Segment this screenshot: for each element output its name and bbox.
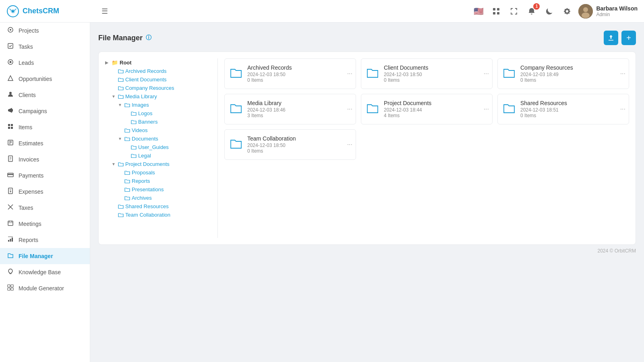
sidebar-item-module-generator[interactable]: Module Generator <box>0 280 90 296</box>
sidebar-label-projects: Projects <box>19 27 39 34</box>
folder-card[interactable]: Media Library 2024-12-03 18:46 3 Items ·… <box>224 94 356 124</box>
tree-item[interactable]: Team Collaboration <box>112 211 211 219</box>
sidebar-item-payments[interactable]: Payments <box>0 168 90 184</box>
tree-item[interactable]: Archived Records <box>112 67 211 75</box>
folder-card-menu-button[interactable]: ··· <box>484 70 489 77</box>
folder-card[interactable]: Archived Records 2024-12-03 18:50 0 Item… <box>224 58 356 89</box>
tree-item[interactable]: Shared Resources <box>112 202 211 211</box>
language-flag[interactable]: 🇺🇸 <box>472 5 485 18</box>
folder-icon <box>118 212 124 218</box>
tree-item[interactable]: Banners <box>124 118 211 126</box>
sidebar-item-clients[interactable]: Clients <box>0 87 90 103</box>
folder-icon <box>124 102 130 108</box>
tree-item[interactable]: Proposals <box>118 168 211 177</box>
svg-rect-45 <box>11 288 13 290</box>
sidebar-item-estimates[interactable]: Estimates <box>0 135 90 151</box>
tree-item[interactable]: Company Resources <box>112 84 211 92</box>
page-title: File Manager ⓘ <box>98 34 151 42</box>
folder-card[interactable]: Client Documents 2024-12-03 18:50 0 Item… <box>361 58 493 89</box>
folder-card-menu-button[interactable]: ··· <box>484 105 489 113</box>
sidebar-item-projects[interactable]: Projects <box>0 23 90 39</box>
tree-item[interactable]: ▼ Images <box>118 101 211 109</box>
tree-panel: ▶ 📁 Root Archived Records Client Documen… <box>105 58 218 238</box>
settings-icon[interactable] <box>561 5 574 18</box>
sidebar-label-opportunities: Opportunities <box>19 76 52 82</box>
folder-card-date: 2024-12-03 18:51 <box>520 107 624 113</box>
sidebar-item-invoices[interactable]: Invoices <box>0 151 90 168</box>
logo[interactable]: ChetsCRM <box>6 5 95 18</box>
svg-point-15 <box>9 92 12 94</box>
tree-item[interactable]: Presentations <box>118 185 211 194</box>
user-menu[interactable]: Barbara Wilson Admin <box>578 4 638 19</box>
sidebar-label-file-manager: File Manager <box>19 253 53 259</box>
folder-card-menu-button[interactable]: ··· <box>347 70 352 77</box>
folder-card[interactable]: Team Collaboration 2024-12-03 18:50 0 It… <box>224 129 356 160</box>
folder-card-name: Client Documents <box>384 64 487 71</box>
tree-item[interactable]: Reports <box>118 177 211 185</box>
tree-root[interactable]: ▶ 📁 Root <box>105 58 211 67</box>
sidebar-item-expenses[interactable]: Expenses <box>0 184 90 200</box>
apps-icon[interactable] <box>490 5 503 18</box>
folder-card-date: 2024-12-03 18:50 <box>384 72 487 77</box>
folder-card[interactable]: Shared Resources 2024-12-03 18:51 0 Item… <box>497 94 629 124</box>
sidebar-label-meetings: Meetings <box>19 221 41 227</box>
folder-card-menu-button[interactable]: ··· <box>347 141 352 148</box>
folder-card-menu-button[interactable]: ··· <box>620 70 625 77</box>
folder-card-name: Project Documents <box>384 100 487 106</box>
folder-card-menu-button[interactable]: ··· <box>620 105 625 113</box>
sidebar-item-knowledge-base[interactable]: Knowledge Base <box>0 264 90 280</box>
sidebar-label-payments: Payments <box>19 172 43 179</box>
sidebar-item-file-manager[interactable]: File Manager <box>0 248 90 264</box>
folder-card-menu-button[interactable]: ··· <box>347 105 352 113</box>
svg-rect-41 <box>10 273 11 274</box>
hamburger-button[interactable]: ☰ <box>101 7 108 16</box>
folder-card-info: Shared Resources 2024-12-03 18:51 0 Item… <box>520 100 624 118</box>
tree-item[interactable]: Client Documents <box>112 75 211 84</box>
folder-card-count: 0 Items <box>384 77 487 83</box>
fullscreen-icon[interactable] <box>507 5 520 18</box>
folder-card[interactable]: Company Resources 2024-12-03 18:49 0 Ite… <box>497 58 629 89</box>
expenses-icon <box>6 188 14 196</box>
sidebar-item-items[interactable]: Items <box>0 119 90 135</box>
folder-icon <box>131 119 137 125</box>
folder-card[interactable]: Project Documents 2024-12-03 18:44 4 Ite… <box>361 94 493 124</box>
tree-item[interactable]: ▼ Project Documents <box>112 160 211 168</box>
sidebar-item-taxes[interactable]: Taxes <box>0 200 90 216</box>
file-manager-icon <box>6 252 14 260</box>
upload-button[interactable] <box>604 31 618 45</box>
info-icon[interactable]: ⓘ <box>146 34 151 41</box>
tree-item-label: Banners <box>138 119 157 125</box>
opportunities-icon <box>6 75 14 83</box>
notifications-button[interactable]: 1 <box>525 5 538 18</box>
dark-mode-icon[interactable] <box>543 5 556 18</box>
folder-icon <box>118 85 124 91</box>
tree-item[interactable]: ▼ Documents <box>118 134 211 143</box>
tree-item[interactable]: Legal <box>124 151 211 160</box>
tree-item[interactable]: Logos <box>124 109 211 118</box>
sidebar-item-meetings[interactable]: Meetings <box>0 216 90 232</box>
sidebar-item-tasks[interactable]: Tasks <box>0 39 90 55</box>
tree-item[interactable]: ▼ Media Library <box>112 92 211 101</box>
sidebar-item-leads[interactable]: Leads <box>0 55 90 71</box>
sidebar-item-reports[interactable]: Reports <box>0 232 90 248</box>
folder-grid: Archived Records 2024-12-03 18:50 0 Item… <box>224 58 629 160</box>
sidebar-item-opportunities[interactable]: Opportunities <box>0 71 90 87</box>
tree-item-label: Media Library <box>125 93 157 99</box>
svg-rect-2 <box>493 8 495 10</box>
svg-rect-18 <box>11 124 13 126</box>
tree-item[interactable]: Videos <box>118 126 211 134</box>
folder-card-info: Archived Records 2024-12-03 18:50 0 Item… <box>247 64 351 83</box>
sidebar-item-campaigns[interactable]: Campaigns <box>0 103 90 119</box>
add-button[interactable]: + <box>621 31 636 45</box>
tree-item[interactable]: Archives <box>118 194 211 202</box>
main-layout: ProjectsTasksLeadsOpportunitiesClientsCa… <box>0 23 644 362</box>
reports-icon <box>6 236 14 244</box>
avatar <box>578 4 593 19</box>
tree-children: Proposals Reports Presentations Archives <box>118 168 211 202</box>
folder-icon <box>131 111 137 116</box>
svg-rect-44 <box>8 288 10 290</box>
tree-item[interactable]: User_Guides <box>124 143 211 151</box>
header-left: ChetsCRM ☰ <box>6 5 108 18</box>
tree-item-label: Client Documents <box>125 77 167 83</box>
user-name: Barbara Wilson <box>596 5 638 12</box>
